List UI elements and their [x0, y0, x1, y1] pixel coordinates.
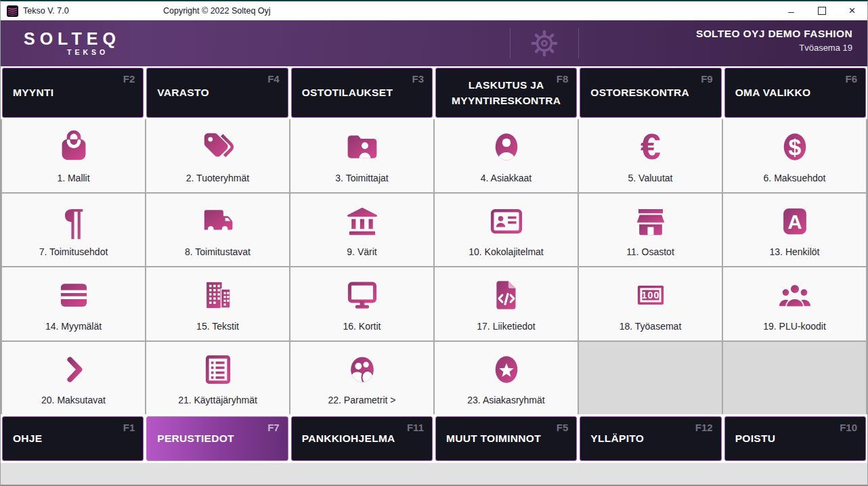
tile-liiketiedot[interactable]: 17. Liiketiedot: [435, 267, 578, 340]
chevron-right-icon: [2, 342, 145, 395]
menu-label: OSTORESKONTRA: [590, 85, 700, 100]
tile-label: 13. Henkilöt: [723, 246, 866, 266]
tile-tuoteryhmat[interactable]: 2. Tuoteryhmät: [146, 119, 289, 192]
fkey-label: F4: [267, 73, 280, 85]
tile-label: 6. Maksuehdot: [723, 173, 866, 192]
divider: [510, 28, 511, 58]
svg-text:¶: ¶: [63, 203, 83, 240]
menu-label: VARASTO: [157, 85, 267, 100]
file-code-icon: [435, 267, 578, 321]
tile-toimitustavat[interactable]: 8. Toimitustavat: [146, 194, 289, 267]
maximize-button[interactable]: [806, 1, 837, 20]
bank-icon: [290, 194, 433, 247]
titlebar: Tekso V. 7.0 Copyright © 2022 Solteq Oyj…: [1, 1, 867, 20]
minimize-button[interactable]: –: [776, 1, 806, 20]
tile-osastot[interactable]: 11. Osastot: [579, 194, 722, 267]
tile-maksuehdot[interactable]: $6. Maksuehdot: [723, 119, 866, 192]
fkey-label: F11: [407, 422, 424, 433]
hundred-icon: 100: [579, 267, 722, 321]
menu-muut-toiminnot[interactable]: MUUT TOIMINNOTF5: [435, 416, 577, 461]
menu-yllapito[interactable]: YLLÄPITOF12: [580, 416, 721, 461]
pilcrow-icon: ¶: [2, 194, 145, 247]
id-card-icon: [435, 194, 578, 247]
empty-cell: [723, 342, 866, 415]
menu-laskutus-ja-myyntireskontra[interactable]: LASKUTUS JA MYYNTIRESKONTRAF8: [435, 68, 577, 118]
tile-parametrit[interactable]: 22. Parametrit >: [290, 342, 433, 415]
tile-valuutat[interactable]: €5. Valuutat: [579, 119, 722, 192]
menu-label: OHJE: [13, 430, 123, 446]
menu-myynti[interactable]: MYYNTIF2: [2, 68, 144, 118]
tile-label: 17. Liiketiedot: [435, 321, 578, 340]
menu-label: OSTOTILAUKSET: [302, 85, 412, 100]
tile-label: 16. Kortit: [290, 321, 433, 340]
tile-asiakkaat[interactable]: 4. Asiakkaat: [435, 119, 578, 192]
fkey-label: F10: [840, 422, 857, 433]
menu-ostotilaukset[interactable]: OSTOTILAUKSETF3: [291, 68, 433, 118]
shopping-bag-icon: [2, 119, 145, 173]
menu-pankkiohjelma[interactable]: PANKKIOHJELMAF11: [291, 416, 433, 461]
tile-label: 1. Mallit: [2, 173, 145, 192]
tile-tyoasemat[interactable]: 10018. Työasemat: [579, 267, 722, 340]
menu-perustiedot[interactable]: PERUSTIEDOTF7: [146, 416, 288, 461]
tile-kokolajitelmat[interactable]: 10. Kokolajitelmat: [435, 194, 578, 267]
menu-label: POISTU: [735, 430, 845, 446]
close-button[interactable]: ×: [837, 1, 867, 20]
menu-label: MUUT TOIMINNOT: [446, 430, 556, 446]
menu-label: YLLÄPITO: [590, 430, 700, 446]
tile-toimitusehdot[interactable]: ¶7. Toimitusehdot: [2, 194, 145, 267]
letter-a-icon: A: [723, 194, 866, 247]
fkey-label: F3: [412, 73, 424, 85]
fkey-label: F6: [845, 73, 857, 85]
menu-poistu[interactable]: POISTUF10: [724, 416, 866, 461]
menu-varasto[interactable]: VARASTOF4: [146, 68, 288, 118]
tile-label: 8. Toimitustavat: [146, 246, 289, 266]
tile-mallit[interactable]: 1. Mallit: [2, 119, 145, 192]
tile-label: 2. Tuoteryhmät: [146, 173, 289, 192]
tile-label: 9. Värit: [290, 246, 433, 266]
tile-tekstit[interactable]: 15. Tekstit: [146, 267, 289, 340]
fkey-label: F1: [123, 422, 135, 433]
logo-primary: SOLTEQ: [24, 30, 121, 47]
tile-maksutavat[interactable]: 20. Maksutavat: [2, 342, 145, 415]
window-controls: –×: [776, 1, 867, 20]
logo-secondary: TEKSO: [24, 49, 121, 56]
menu-label: PANKKIOHJELMA: [302, 430, 412, 446]
tile-toimittajat[interactable]: 3. Toimittajat: [290, 119, 433, 192]
menu-oma-valikko[interactable]: OMA VALIKKOF6: [724, 68, 866, 118]
menu-ohje[interactable]: OHJEF1: [2, 416, 144, 461]
tile-kortit[interactable]: 16. Kortit: [290, 267, 433, 340]
dollar-oval-icon: $: [723, 119, 866, 173]
storefront-icon: [579, 194, 722, 247]
tile-asiakasryhmat[interactable]: 23. Asiakasryhmät: [435, 342, 578, 415]
fkey-label: F7: [267, 422, 280, 433]
tile-label: 18. Työasemat: [579, 321, 722, 340]
tile-label: 11. Osastot: [579, 246, 722, 266]
tile-plu-koodit[interactable]: 19. PLU-koodit: [723, 267, 866, 340]
gear-icon[interactable]: [531, 30, 558, 57]
solteq-logo: SOLTEQ TEKSO: [24, 30, 121, 56]
divider: [578, 28, 579, 58]
tile-label: 15. Tekstit: [146, 321, 289, 340]
tile-myymalat[interactable]: 14. Myymälät: [2, 267, 145, 340]
tile-label: 10. Kokolajitelmat: [435, 246, 578, 266]
tile-henkilot[interactable]: A13. Henkilöt: [723, 194, 866, 267]
list-square-icon: [146, 342, 289, 395]
tile-label: 21. Käyttäjäryhmät: [146, 395, 289, 414]
tile-label: 3. Toimittajat: [290, 173, 433, 192]
fkey-label: F12: [695, 422, 713, 433]
footer-strip: [1, 463, 867, 485]
fkey-label: F9: [701, 73, 713, 85]
buildings-icon: [146, 267, 289, 321]
fkey-label: F2: [123, 73, 135, 85]
tile-grid: 1. Mallit2. Tuoteryhmät3. Toimittajat4. …: [1, 119, 867, 414]
app-icon: [7, 5, 18, 17]
bottom-function-row: OHJEF1PERUSTIEDOTF7PANKKIOHJELMAF11MUUT …: [1, 414, 867, 463]
tile-kayttajaryhmat[interactable]: 21. Käyttäjäryhmät: [146, 342, 289, 415]
tile-varit[interactable]: 9. Värit: [290, 194, 433, 267]
maximize-icon: [818, 7, 826, 15]
menu-ostoreskontra[interactable]: OSTORESKONTRAF9: [580, 68, 721, 118]
tile-label: 5. Valuutat: [579, 173, 722, 192]
euro-icon: €: [579, 119, 722, 173]
fkey-label: F5: [557, 422, 569, 433]
users-group-icon: [723, 267, 866, 321]
